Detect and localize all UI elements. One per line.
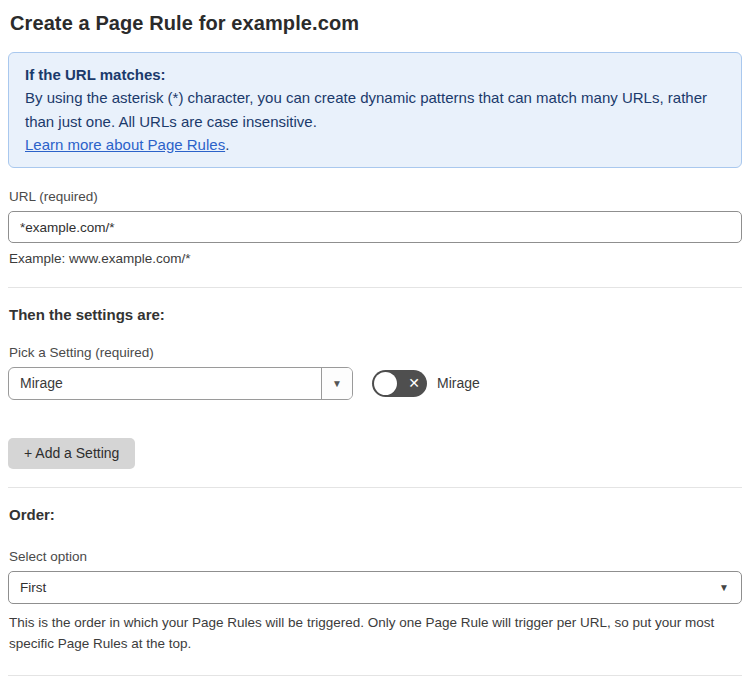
- setting-picker-value: Mirage: [9, 368, 321, 399]
- setting-row: Mirage ▼ ✕ Mirage: [8, 367, 742, 400]
- link-suffix: .: [225, 136, 229, 153]
- toggle-caption: Mirage: [437, 375, 480, 391]
- select-chevron-icon: ▼: [719, 582, 729, 593]
- page-rule-form: Create a Page Rule for example.com If th…: [0, 0, 750, 684]
- divider: [8, 675, 742, 676]
- order-select[interactable]: First ▼: [8, 571, 742, 604]
- setting-picker-dropdown[interactable]: Mirage ▼: [8, 367, 353, 400]
- page-title: Create a Page Rule for example.com: [10, 12, 742, 35]
- order-select-value: First: [20, 580, 46, 595]
- toggle-off-x-icon: ✕: [408, 376, 420, 390]
- order-helper-text: This is the order in which your Page Rul…: [9, 612, 734, 655]
- order-section-heading: Order:: [9, 506, 742, 523]
- toggle-knob: [374, 372, 397, 395]
- setting-picker-label: Pick a Setting (required): [9, 345, 742, 360]
- divider: [8, 287, 742, 288]
- order-select-label: Select option: [9, 549, 742, 564]
- url-field-label: URL (required): [9, 189, 742, 204]
- url-match-info-box: If the URL matches: By using the asteris…: [8, 52, 742, 168]
- info-box-link-line: Learn more about Page Rules.: [25, 133, 725, 156]
- info-box-heading: If the URL matches:: [25, 63, 725, 86]
- url-input[interactable]: [8, 211, 742, 243]
- mirage-toggle[interactable]: ✕: [372, 370, 427, 397]
- settings-section-heading: Then the settings are:: [9, 306, 742, 323]
- divider: [8, 487, 742, 488]
- url-helper-text: Example: www.example.com/*: [9, 249, 742, 269]
- info-box-body: By using the asterisk (*) character, you…: [25, 86, 725, 133]
- add-setting-button[interactable]: + Add a Setting: [8, 438, 135, 469]
- learn-more-link[interactable]: Learn more about Page Rules: [25, 136, 225, 153]
- dropdown-arrow-icon[interactable]: ▼: [321, 368, 352, 399]
